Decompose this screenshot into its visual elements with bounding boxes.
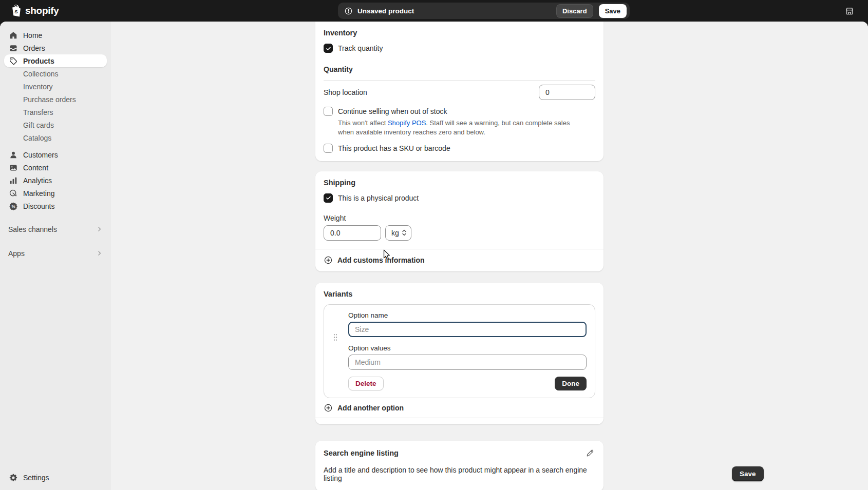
sidebar-item-purchase-orders[interactable]: Purchase orders [4,93,107,106]
delete-option-button[interactable]: Delete [348,377,384,390]
sidebar-item-content[interactable]: Content [4,161,107,174]
discounts-icon: % [8,201,18,211]
drag-handle-icon[interactable] [332,331,339,345]
shopify-pos-link[interactable]: Shopify POS [388,119,426,127]
divider [324,80,595,81]
products-tag-icon [8,56,18,66]
weight-unit-select[interactable]: kg [385,225,411,241]
variants-title: Variants [324,290,595,298]
sidebar: Home Orders Products Collections Invento… [0,22,111,490]
weight-label: Weight [324,214,595,222]
content-icon [8,163,18,172]
sku-barcode-label: This product has a SKU or barcode [338,144,450,152]
gear-icon [8,473,18,482]
inventory-card: Inventory Track quantity Quantity Shop l… [315,22,603,161]
pencil-icon [586,449,594,458]
chevron-right-icon [96,226,103,232]
shop-location-label: Shop location [324,88,367,96]
option-name-label: Option name [348,311,587,319]
shipping-title: Shipping [324,179,595,187]
select-chevrons-icon [402,229,407,237]
shipping-card: Shipping This is a physical product Weig… [315,171,603,271]
plus-circle-icon [324,256,333,265]
add-customs-information-button[interactable]: Add customs information [324,249,595,271]
sidebar-item-analytics[interactable]: Analytics [4,174,107,187]
seo-title: Search engine listing [324,449,399,457]
quantity-heading: Quantity [324,65,595,73]
physical-product-checkbox[interactable] [324,193,333,203]
variants-card: Variants Option name Option values Delet… [315,283,603,424]
option-values-input[interactable] [348,355,587,370]
sidebar-item-gift-cards[interactable]: Gift cards [4,119,107,131]
sidebar-item-label: Orders [23,44,45,52]
save-button-bottom[interactable]: Save [732,466,764,481]
sidebar-item-inventory[interactable]: Inventory [4,80,107,93]
store-menu-button[interactable] [844,6,855,16]
home-icon [8,30,18,40]
continue-selling-help: This won't affect Shopify POS. Staff wil… [338,119,583,137]
track-quantity-label: Track quantity [338,44,383,52]
shop-location-quantity-input[interactable] [539,85,595,100]
topbar: S shopify Unsaved product Discard Save [0,0,868,22]
sku-barcode-checkbox[interactable] [324,144,333,153]
physical-product-label: This is a physical product [338,194,419,202]
chevron-right-icon [96,250,103,257]
add-another-option-button[interactable]: Add another option [324,398,595,418]
unsaved-changes-banner: Unsaved product Discard Save [338,3,630,19]
inventory-title: Inventory [324,29,595,37]
main-content: Inventory Track quantity Quantity Shop l… [111,22,868,490]
sidebar-item-catalogs[interactable]: Catalogs [4,131,107,144]
plus-circle-icon [324,403,333,413]
sidebar-item-collections[interactable]: Collections [4,67,107,80]
track-quantity-checkbox[interactable] [324,44,333,53]
sidebar-item-marketing[interactable]: Marketing [4,187,107,200]
edit-seo-button[interactable] [584,448,595,459]
sidebar-item-customers[interactable]: Customers [4,148,107,161]
customers-icon [8,150,18,160]
banner-message: Unsaved product [357,7,552,15]
sidebar-item-settings[interactable]: Settings [4,471,107,484]
sidebar-item-home[interactable]: Home [4,29,107,42]
weight-input[interactable] [324,225,381,241]
marketing-icon [8,188,18,198]
sidebar-item-label: Products [23,57,54,65]
option-values-label: Option values [348,344,587,352]
sidebar-item-transfers[interactable]: Transfers [4,106,107,119]
discard-button[interactable]: Discard [556,4,593,18]
sidebar-item-products[interactable]: Products [4,54,107,67]
continue-selling-checkbox[interactable] [324,107,333,116]
analytics-icon [8,175,18,185]
sidebar-section-sales-channels[interactable]: Sales channels [0,223,111,236]
continue-selling-label: Continue selling when out of stock [338,107,447,115]
variant-option-editor: Option name Option values Delete Done [324,304,595,398]
done-button[interactable]: Done [555,377,587,390]
app-shell: Home Orders Products Collections Invento… [0,22,868,490]
sidebar-section-apps[interactable]: Apps [0,247,111,260]
alert-circle-icon [344,7,353,15]
shopify-logo[interactable]: S shopify [9,4,59,18]
seo-description: Add a title and description to see how t… [324,466,595,482]
svg-text:%: % [11,204,15,209]
sidebar-item-orders[interactable]: Orders [4,42,107,54]
option-name-input[interactable] [348,322,587,337]
seo-card: Search engine listing Add a title and de… [315,441,603,490]
save-button-top[interactable]: Save [599,4,627,18]
svg-text:S: S [14,8,17,14]
shopify-wordmark: shopify [25,5,59,16]
shopify-bag-icon: S [9,4,22,18]
sidebar-item-label: Home [23,31,42,40]
orders-icon [8,43,18,53]
sidebar-item-discounts[interactable]: % Discounts [4,200,107,212]
